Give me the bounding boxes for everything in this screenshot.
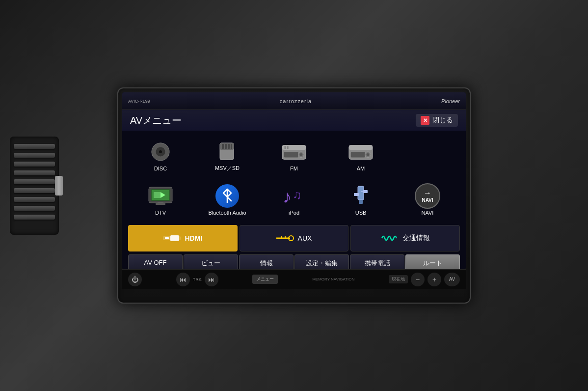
- svg-rect-6: [222, 144, 224, 149]
- trk-label: TRK: [193, 277, 202, 282]
- svg-rect-31: [358, 186, 364, 200]
- power-button[interactable]: ⏻: [128, 273, 142, 286]
- vent-slat: [14, 206, 55, 211]
- model-number: AVIC-RL99: [128, 99, 150, 104]
- aux-cable-icon: [276, 233, 294, 243]
- svg-rect-18: [349, 145, 373, 150]
- navi-circle: → NAVI: [415, 183, 440, 209]
- disc-label: DISC: [154, 166, 167, 171]
- vent-handle: [55, 176, 63, 196]
- vent-slat: [14, 188, 55, 193]
- ipod-label: iPod: [289, 210, 299, 216]
- msv-sd-label: MSV／SD: [215, 165, 240, 172]
- car-dashboard: AVIC-RL99 carrozzeria Pioneer AVメニュー ✕ 閉…: [0, 0, 588, 391]
- route-label: ルート: [423, 259, 442, 267]
- head-unit-bezel: AVIC-RL99 carrozzeria Pioneer AVメニュー ✕ 閉…: [117, 87, 471, 304]
- aux-label: AUX: [298, 234, 312, 242]
- vent-slat: [14, 197, 55, 202]
- menu-item-am[interactable]: AM: [328, 135, 393, 178]
- menu-item-navi[interactable]: → NAVI NAVI: [395, 180, 460, 222]
- vent-slat: [14, 153, 55, 158]
- menu-item-ipod[interactable]: ♪ ♫ iPod: [262, 180, 326, 222]
- am-radio-icon: [348, 141, 374, 163]
- vent-left: [10, 137, 59, 235]
- fm-radio-icon: [281, 141, 307, 163]
- menu-item-fm[interactable]: FM: [262, 135, 326, 178]
- brand-carrozzeria: carrozzeria: [280, 98, 312, 104]
- close-icon: ✕: [421, 116, 429, 125]
- location-button[interactable]: 現在地: [389, 275, 408, 283]
- menu-item-disc[interactable]: DISC: [128, 135, 193, 178]
- next-track-button[interactable]: ⏭: [205, 273, 218, 286]
- menu-button[interactable]: メニュー: [252, 275, 278, 284]
- svg-rect-34: [363, 190, 368, 193]
- hdmi-button[interactable]: HDMI: [128, 225, 238, 251]
- view-label: ビュー: [201, 259, 220, 267]
- screen-title: AVメニュー: [130, 114, 182, 127]
- traffic-button[interactable]: 交通情報: [350, 225, 460, 251]
- brand-pioneer: Pioneer: [441, 98, 460, 104]
- tv-icon: [148, 185, 173, 207]
- usb-label: USB: [355, 210, 367, 216]
- settings-button[interactable]: 設定・編集: [294, 254, 349, 269]
- info-button[interactable]: 情報: [239, 254, 294, 269]
- close-button[interactable]: ✕ 閉じる: [416, 114, 458, 127]
- menu-item-usb[interactable]: USB: [328, 180, 393, 222]
- svg-rect-28: [156, 203, 165, 205]
- screen: AVIC-RL99 carrozzeria Pioneer AVメニュー ✕ 閉…: [122, 92, 466, 269]
- aux-button[interactable]: AUX: [240, 225, 349, 251]
- svg-rect-25: [154, 192, 160, 198]
- av-off-button[interactable]: AV OFF: [128, 254, 183, 269]
- svg-point-21: [367, 153, 370, 156]
- status-bar: AV OFF ビュー 情報 設定・編集 携帯電話 ルート: [122, 253, 466, 269]
- view-button[interactable]: ビュー: [184, 254, 238, 269]
- menu-item-bluetooth[interactable]: Bluetooth Audio: [195, 180, 260, 222]
- svg-point-2: [159, 150, 162, 153]
- prev-track-button[interactable]: ⏮: [176, 273, 190, 286]
- usb-icon: [348, 185, 374, 207]
- svg-rect-8: [228, 144, 230, 149]
- svg-text:♫: ♫: [293, 188, 301, 201]
- svg-rect-9: [231, 144, 232, 149]
- menu-item-empty: [395, 135, 460, 178]
- settings-label: 設定・編集: [306, 259, 338, 267]
- svg-rect-32: [359, 200, 363, 204]
- traffic-label: 交通情報: [402, 234, 430, 243]
- phone-button[interactable]: 携帯電話: [350, 254, 404, 269]
- control-bar: ⏻ ⏮ TRK ⏭ メニュー MEMORY NAVIGATION 現在地 − +…: [122, 269, 466, 289]
- svg-rect-39: [170, 235, 179, 241]
- navi-icon: → NAVI: [415, 185, 440, 207]
- navi-text: NAVI: [422, 197, 433, 203]
- svg-rect-12: [284, 152, 298, 158]
- svg-rect-11: [282, 145, 306, 150]
- vent-slat: [14, 215, 55, 220]
- menu-item-msv-sd[interactable]: MSV／SD: [195, 135, 260, 178]
- navigation-label: MEMORY NAVIGATION: [312, 277, 354, 281]
- bluetooth-icon: [214, 185, 240, 207]
- av-off-label: AV OFF: [144, 259, 167, 266]
- menu-item-dtv[interactable]: DTV: [128, 180, 193, 222]
- sd-icon: [214, 140, 240, 162]
- svg-rect-19: [351, 152, 365, 158]
- menu-grid: DISC MSV／SD: [122, 131, 466, 225]
- info-label: 情報: [260, 259, 273, 267]
- plus-button[interactable]: +: [428, 273, 441, 286]
- am-label: AM: [357, 166, 365, 171]
- bt-circle: [215, 184, 239, 208]
- minus-button[interactable]: −: [411, 273, 425, 286]
- vent-slat: [14, 144, 55, 149]
- dtv-label: DTV: [155, 210, 166, 216]
- svg-rect-7: [225, 144, 227, 149]
- track-controls: ⏮ TRK ⏭: [176, 273, 218, 286]
- location-controls: 現在地 − + AV: [389, 273, 460, 286]
- svg-text:♪: ♪: [283, 187, 292, 207]
- vent-slat: [14, 170, 55, 175]
- route-button[interactable]: ルート: [405, 254, 460, 269]
- phone-label: 携帯電話: [365, 259, 390, 267]
- vent-slat: [14, 162, 55, 167]
- av-button[interactable]: AV: [444, 273, 460, 286]
- disc-icon: [148, 141, 173, 163]
- navi-arrow: →: [424, 189, 431, 197]
- navi-label: NAVI: [422, 210, 434, 216]
- top-bar: AVIC-RL99 carrozzeria Pioneer: [122, 92, 466, 110]
